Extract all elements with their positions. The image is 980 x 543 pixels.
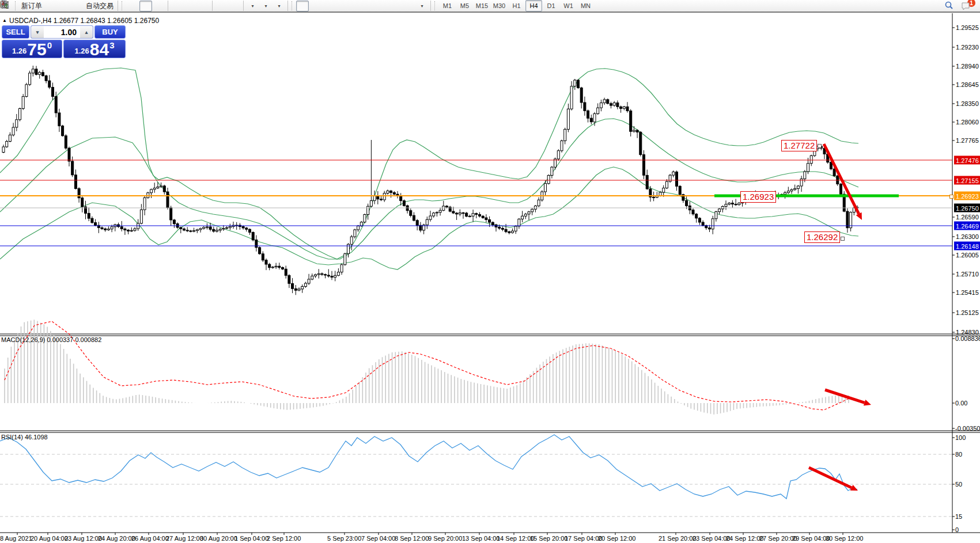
timeframe-m5[interactable]: M5 [456,0,473,12]
volume-input[interactable]: 1.00 [44,26,80,38]
buy-price-display[interactable]: 1.26 84 3 [63,40,126,58]
zoom-in-icon[interactable] [171,1,183,12]
toolbar-grip [292,1,294,10]
chevron-down-icon: ▾ [278,3,280,9]
timeframe-h1[interactable]: H1 [508,0,525,12]
line-chart-icon[interactable] [153,1,165,12]
volume-increase-button[interactable]: ▴ [80,26,93,38]
price-axis-tick-label: 1.26005 [956,252,979,259]
horizontal-line-icon[interactable] [336,1,349,12]
fibonacci-icon[interactable]: F [376,1,388,12]
buy-button[interactable]: BUY [94,25,126,39]
chart-canvas[interactable] [0,0,980,543]
buy-price-sup: 3 [109,40,114,50]
time-axis-label: 8 Sep 12:00 [395,535,429,542]
volume-control: ▾ 1.00 ▴ [31,25,93,39]
time-axis-label: 27 Aug 12:00 [166,535,203,542]
orange-line-anchor-square[interactable] [949,195,953,199]
text-label-icon[interactable]: T [402,1,415,12]
chart-title: USDCAD-,H4 1.26677 1.26843 1.26605 1.267… [9,17,159,25]
timeframe-d1[interactable]: D1 [543,0,559,12]
periods-button[interactable]: ▾ [259,1,272,12]
toolbar-right-cluster: 1 [944,1,977,12]
toolbar-separator [118,1,118,11]
terminal-icon[interactable] [58,1,70,12]
trendline-icon[interactable] [349,1,362,12]
price-line-label: 1.26750 [954,204,980,212]
price-axis-tick-label: 1.25415 [956,289,979,296]
sell-price-big: 75 [27,42,46,57]
time-axis-label: 20 Aug 04:00 [31,535,68,542]
time-axis-label: 7 Sep 04:00 [361,535,395,542]
rsi-axis-tick-label: 80 [955,451,962,458]
price-axis-tick-label: 1.26300 [956,233,979,240]
time-axis-label: 24 Aug 20:00 [98,535,135,542]
toolbar-grip [15,1,18,10]
sell-button[interactable]: SELL [2,25,29,39]
buy-price-small: 1.26 [74,47,89,55]
toolbar-separator [212,1,213,11]
highlighter-icon[interactable] [44,1,57,12]
chart-shift-icon[interactable] [228,1,241,12]
toolbar-grip [434,1,437,10]
time-axis-label: 26 Aug 04:00 [131,535,169,542]
price-axis-tick-label: 1.29230 [956,44,979,51]
price-annotation-label[interactable]: 1.27722 [781,140,817,151]
price-axis-tick-label: 1.27765 [956,137,979,144]
timeframe-m15[interactable]: M15 [474,0,490,12]
signal-icon[interactable] [71,1,84,12]
crosshair-icon[interactable] [309,1,322,12]
auto-trading-button[interactable]: 自动交易 [84,1,115,12]
time-axis-label: 8 Aug 2021 [0,535,32,542]
timeframe-m30[interactable]: M30 [491,0,508,12]
timeframe-h4[interactable]: H4 [525,0,542,12]
templates-button[interactable]: ▾ [273,1,285,12]
annotation-anchor-square[interactable] [841,237,845,241]
time-axis-label: 9 Sep 20:00 [428,535,462,542]
time-axis-label: 23 Aug 12:00 [65,535,102,542]
candlestick-chart-icon[interactable] [139,1,152,12]
time-axis-label: 2 Sep 12:00 [267,535,301,542]
new-order-button[interactable]: 新订单 [20,1,44,12]
timeframe-toolbar: M1M5M15M30H1H4D1W1MN [439,0,594,12]
price-annotation-label[interactable]: 1.26292 [804,231,840,243]
notifications-button[interactable]: 1 [960,1,973,12]
price-axis-tick-label: 1.29525 [956,24,979,31]
macd-axis-tick-label: 0.00 [955,400,967,407]
price-annotation-label[interactable]: 1.26923 [740,191,776,203]
timeframe-mn[interactable]: MN [577,0,594,12]
arrows-button[interactable]: ▾ [415,1,428,12]
price-axis-tick-label: 1.26590 [956,214,979,221]
mt4-window: 新订单 自动交易 [0,0,980,543]
time-axis-label: 30 Aug 20:00 [200,535,237,542]
zoom-out-icon[interactable] [184,1,196,12]
auto-scroll-icon[interactable] [215,1,228,12]
timeframe-w1[interactable]: W1 [560,0,577,12]
search-icon[interactable] [944,1,956,12]
time-axis-label: 1 Sep 04:00 [234,535,268,542]
chat-bubble-icon [960,1,971,12]
toolbar-separator [430,1,431,11]
vertical-line-icon[interactable] [323,1,335,12]
volume-decrease-button[interactable]: ▾ [31,26,44,38]
sell-price-sup: 0 [47,40,52,50]
annotation-anchor-square[interactable] [818,144,822,148]
chevron-down-icon: ▾ [421,3,423,9]
timeframe-m1[interactable]: M1 [439,0,456,12]
price-line-label: 1.27155 [954,176,980,185]
time-axis-label: 21 Sep 20:00 [659,535,696,542]
equidistant-channel-icon[interactable]: E [362,1,375,12]
price-line-label: 1.27476 [954,156,980,165]
rsi-axis-tick-label: 15 [955,513,962,520]
price-axis-tick-label: 1.25125 [956,309,979,316]
sell-price-display[interactable]: 1.26 75 0 [2,40,62,58]
indicators-button[interactable]: ▾ [246,1,259,12]
tile-windows-icon[interactable] [197,1,210,12]
bar-chart-icon[interactable] [126,1,139,12]
time-axis-label: 20 Sep 12:00 [598,535,635,542]
text-icon[interactable]: A [389,1,402,12]
chevron-down-icon: ▾ [251,3,253,9]
time-axis-label: 17 Sep 04:00 [565,535,602,542]
auto-trading-label: 自动交易 [86,1,113,11]
cursor-icon[interactable] [296,1,309,12]
